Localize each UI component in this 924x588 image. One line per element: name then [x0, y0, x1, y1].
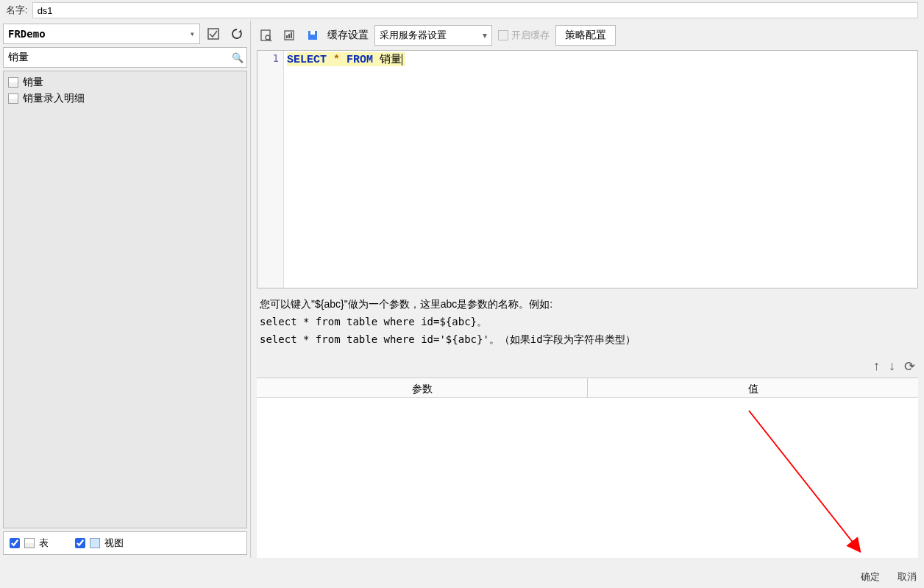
schema-icon[interactable]	[203, 24, 224, 44]
hint-line: 您可以键入"${abc}"做为一个参数，这里abc是参数的名称。例如:	[260, 296, 915, 314]
datasource-row: FRDemo ▾	[0, 21, 250, 47]
svg-rect-5	[286, 35, 288, 38]
right-panel: 缓存设置 采用服务器设置 ▾ 开启缓存 策略配置 1 SELECT * FROM…	[250, 21, 924, 558]
preview-icon[interactable]	[257, 26, 274, 44]
table-icon	[24, 538, 35, 548]
analysis-icon[interactable]	[280, 26, 298, 44]
cancel-button[interactable]: 取消	[898, 570, 917, 584]
view-icon	[90, 538, 100, 548]
strategy-button[interactable]: 策略配置	[555, 25, 616, 46]
sql-operator: *	[333, 54, 340, 66]
tree-item[interactable]: 销量录入明细	[4, 91, 246, 107]
ok-button[interactable]: 确定	[861, 570, 880, 584]
filter-row: 表 视图	[3, 531, 247, 555]
save-icon[interactable]	[304, 26, 321, 44]
tree-item[interactable]: 销量	[4, 74, 246, 91]
sql-keyword: SELECT	[287, 54, 327, 66]
line-number: 1	[262, 52, 279, 64]
svg-rect-9	[310, 31, 315, 35]
hint-panel: 您可以键入"${abc}"做为一个参数，这里abc是参数的名称。例如: sele…	[251, 288, 924, 355]
datasource-select[interactable]: FRDemo ▾	[3, 24, 200, 44]
filter-view-label: 视图	[104, 536, 124, 550]
param-table-header: 参数 值	[257, 378, 918, 398]
refresh-param-icon[interactable]: ⟳	[904, 358, 915, 375]
left-panel: FRDemo ▾ 🔍 销量 销量录入明细	[0, 21, 250, 558]
annotation-arrow-icon	[742, 403, 874, 565]
cache-select-value: 采用服务器设置	[380, 29, 447, 42]
col-value: 值	[588, 378, 918, 397]
name-row: 名字:	[0, 0, 924, 21]
cache-select[interactable]: 采用服务器设置 ▾	[374, 25, 492, 46]
col-param: 参数	[257, 378, 588, 397]
hint-line: select * from table where id='${abc}'。（如…	[260, 331, 915, 349]
text-cursor	[402, 54, 402, 65]
chevron-down-icon: ▾	[190, 29, 195, 39]
hint-line: select * from table where id=${abc}。	[260, 314, 915, 331]
sql-keyword: FROM	[346, 54, 373, 66]
svg-rect-6	[288, 34, 290, 38]
table-tree: 销量 销量录入明细	[3, 71, 247, 528]
name-label: 名字:	[6, 4, 28, 17]
table-icon	[8, 93, 18, 104]
cache-label: 缓存设置	[327, 29, 369, 42]
chevron-down-icon: ▾	[483, 30, 487, 40]
line-gutter: 1	[257, 51, 284, 288]
tree-item-label: 销量录入明细	[23, 92, 85, 105]
footer: 确定 取消	[0, 566, 924, 588]
table-search-input[interactable]	[4, 49, 229, 66]
search-icon[interactable]: 🔍	[229, 52, 246, 63]
svg-rect-7	[291, 32, 292, 38]
tree-item-label: 销量	[23, 76, 43, 89]
table-search: 🔍	[3, 47, 247, 68]
param-toolbar: ↑ ↓ ⟳	[251, 355, 924, 378]
refresh-icon[interactable]	[227, 24, 247, 44]
main-area: FRDemo ▾ 🔍 销量 销量录入明细	[0, 21, 924, 558]
enable-cache: 开启缓存	[498, 29, 550, 42]
param-table-body[interactable]	[257, 398, 918, 558]
view-checkbox[interactable]	[75, 538, 85, 548]
sql-table: 销量	[380, 54, 402, 66]
table-icon	[8, 77, 18, 88]
filter-table-label: 表	[39, 536, 49, 550]
table-checkbox[interactable]	[10, 538, 20, 548]
editor-toolbar: 缓存设置 采用服务器设置 ▾ 开启缓存 策略配置	[251, 21, 924, 50]
enable-cache-label: 开启缓存	[511, 29, 550, 42]
move-down-icon[interactable]: ↓	[889, 358, 895, 375]
enable-cache-checkbox	[498, 30, 508, 40]
sql-editor[interactable]: 1 SELECT * FROM 销量	[257, 50, 918, 288]
datasource-value: FRDemo	[8, 28, 46, 40]
sql-code-area[interactable]: SELECT * FROM 销量	[284, 51, 917, 288]
svg-line-10	[749, 411, 859, 550]
move-up-icon[interactable]: ↑	[873, 358, 880, 375]
name-input[interactable]	[32, 2, 918, 18]
